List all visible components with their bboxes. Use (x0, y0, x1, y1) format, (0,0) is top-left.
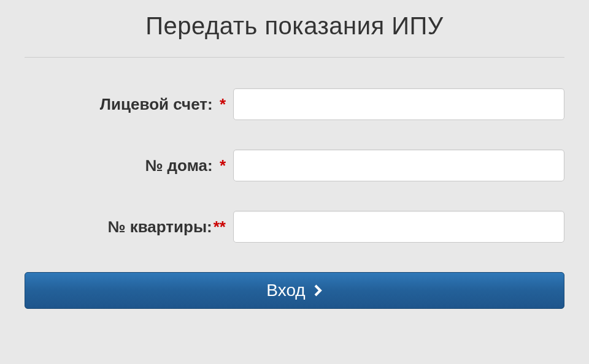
apartment-label: № квартиры:** (25, 218, 233, 237)
account-row: Лицевой счет: * (25, 88, 564, 120)
chevron-right-icon (314, 284, 323, 297)
login-button-label: Вход (266, 281, 305, 300)
login-button[interactable]: Вход (25, 272, 564, 309)
required-mark-double: ** (214, 218, 226, 236)
house-input[interactable] (233, 150, 564, 181)
apartment-label-text: № квартиры: (107, 218, 212, 236)
account-input[interactable] (233, 88, 564, 120)
form-title: Передать показания ИПУ (25, 12, 564, 40)
account-label: Лицевой счет: * (25, 95, 233, 114)
house-row: № дома: * (25, 150, 564, 181)
meter-readings-form: Передать показания ИПУ Лицевой счет: * №… (0, 0, 589, 327)
required-mark: * (220, 95, 226, 113)
account-label-text: Лицевой счет: (100, 95, 213, 113)
apartment-input[interactable] (233, 211, 564, 243)
house-label: № дома: * (25, 156, 233, 175)
divider (25, 57, 564, 58)
house-label-text: № дома: (145, 156, 212, 175)
required-mark: * (220, 156, 226, 175)
submit-row: Вход (25, 272, 564, 309)
apartment-row: № квартиры:** (25, 211, 564, 243)
